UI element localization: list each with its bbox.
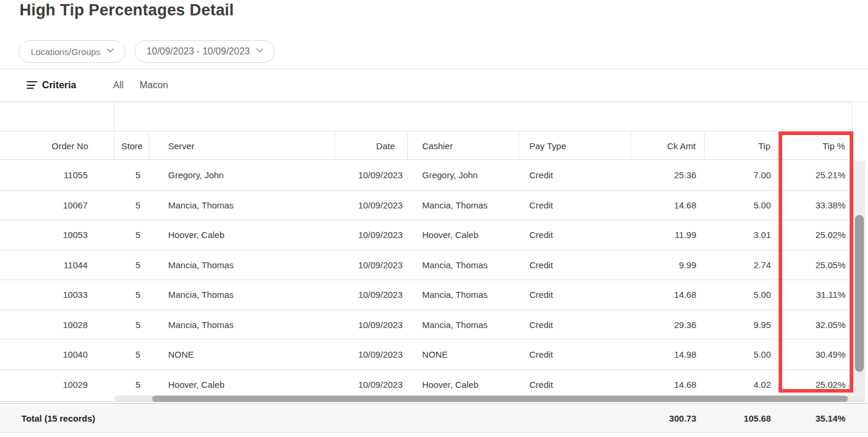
column-header-order_no[interactable]: Order No <box>0 132 114 159</box>
cell-tip: 4.02 <box>705 370 779 396</box>
cell-store: 5 <box>114 220 149 250</box>
cell-order_no: 10028 <box>0 310 114 340</box>
cell-pay_type: Credit <box>519 220 631 250</box>
cell-ck_amt: 9.99 <box>631 250 705 280</box>
cell-ck_amt: 11.99 <box>631 220 705 250</box>
cell-cashier: Hoover, Caleb <box>408 370 519 396</box>
column-header-store[interactable]: Store <box>114 132 149 159</box>
criteria-button[interactable]: Criteria <box>27 79 76 91</box>
cell-server: NONE <box>149 340 335 369</box>
cell-cashier: Mancia, Thomas <box>408 310 519 340</box>
cell-date: 10/09/2023 <box>335 310 408 340</box>
cell-order_no: 10033 <box>0 280 114 310</box>
table-row[interactable]: 100535Hoover, Caleb10/09/2023Hoover, Cal… <box>0 220 853 250</box>
table-row[interactable]: 100285Mancia, Thomas10/09/2023Mancia, Th… <box>0 310 853 340</box>
cell-date: 10/09/2023 <box>335 220 408 250</box>
cell-order_no: 10029 <box>0 370 114 396</box>
column-header-tip_pct[interactable]: Tip % <box>779 132 853 159</box>
total-tip-pct: 35.14% <box>779 413 853 423</box>
tab-all[interactable]: All <box>113 80 124 91</box>
column-header-date[interactable]: Date <box>335 132 408 159</box>
total-tip: 105.68 <box>705 413 779 423</box>
horizontal-scrollbar[interactable] <box>114 396 865 402</box>
vertical-scrollbar-thumb[interactable] <box>855 215 864 372</box>
cell-cashier: Mancia, Thomas <box>408 191 519 220</box>
divider <box>0 401 114 402</box>
column-header-server[interactable]: Server <box>149 132 335 159</box>
table-row[interactable]: 100295Hoover, Caleb10/09/2023Hoover, Cal… <box>0 370 853 396</box>
total-ck-amt: 300.73 <box>631 413 705 423</box>
locations-groups-dropdown[interactable]: Locations/Groups <box>18 40 126 63</box>
chevron-down-icon <box>107 45 114 53</box>
column-header-ck_amt[interactable]: Ck Amt <box>631 132 705 159</box>
cell-order_no: 10067 <box>0 191 114 220</box>
table-body: 110555Gregory, John10/09/2023Gregory, Jo… <box>0 160 853 396</box>
cell-pay_type: Credit <box>519 280 631 310</box>
cell-store: 5 <box>114 340 149 369</box>
cell-store: 5 <box>114 370 149 396</box>
cell-tip: 5.00 <box>705 340 779 369</box>
column-header-tip[interactable]: Tip <box>705 132 779 159</box>
date-range-label: 10/09/2023 - 10/09/2023 <box>147 46 250 57</box>
cell-tip_pct: 32.05% <box>779 310 853 340</box>
cell-date: 10/09/2023 <box>335 340 408 369</box>
total-row: Total (15 records) 300.73 105.68 35.14% <box>0 403 868 433</box>
cell-server: Hoover, Caleb <box>149 220 335 250</box>
cell-date: 10/09/2023 <box>335 191 408 220</box>
tab-macon[interactable]: Macon <box>140 80 168 91</box>
cell-server: Gregory, John <box>149 160 335 190</box>
cell-tip_pct: 25.02% <box>779 370 853 396</box>
date-range-dropdown[interactable]: 10/09/2023 - 10/09/2023 <box>134 40 275 63</box>
table-row[interactable]: 110445Mancia, Thomas10/09/2023Mancia, Th… <box>0 250 853 281</box>
cell-pay_type: Credit <box>519 340 631 369</box>
table-row[interactable]: 100675Mancia, Thomas10/09/2023Mancia, Th… <box>0 191 853 221</box>
cell-tip: 5.00 <box>705 280 779 310</box>
cell-pay_type: Credit <box>519 250 631 280</box>
cell-order_no: 10040 <box>0 340 114 369</box>
cell-pay_type: Credit <box>519 370 631 396</box>
cell-cashier: Mancia, Thomas <box>408 250 519 280</box>
table-row[interactable]: 110555Gregory, John10/09/2023Gregory, Jo… <box>0 160 853 191</box>
cell-tip_pct: 31.11% <box>779 280 853 310</box>
column-header-pay_type[interactable]: Pay Type <box>519 132 631 159</box>
cell-cashier: NONE <box>408 340 519 369</box>
grid-band-divider <box>114 102 115 131</box>
page-title: High Tip Percentages Detail <box>20 1 234 20</box>
cell-tip_pct: 25.02% <box>779 220 853 250</box>
criteria-label: Criteria <box>42 79 76 91</box>
filter-bar: Locations/Groups 10/09/2023 - 10/09/2023 <box>18 40 275 63</box>
cell-ck_amt: 14.68 <box>631 191 705 220</box>
cell-server: Mancia, Thomas <box>149 191 335 220</box>
cell-server: Mancia, Thomas <box>149 250 335 280</box>
table-row[interactable]: 100335Mancia, Thomas10/09/2023Mancia, Th… <box>0 280 853 310</box>
cell-tip_pct: 25.05% <box>779 250 853 280</box>
high-tip-percentages-page: High Tip Percentages Detail Locations/Gr… <box>0 0 868 437</box>
cell-tip: 2.74 <box>705 250 779 280</box>
cell-ck_amt: 25.36 <box>631 160 705 190</box>
cell-tip_pct: 33.38% <box>779 191 853 220</box>
cell-cashier: Mancia, Thomas <box>408 280 519 310</box>
cell-ck_amt: 14.68 <box>631 370 705 396</box>
cell-store: 5 <box>114 280 149 310</box>
vertical-scrollbar[interactable] <box>853 160 865 402</box>
cell-tip_pct: 25.21% <box>779 160 853 190</box>
horizontal-scrollbar-thumb[interactable] <box>152 396 848 402</box>
column-header-cashier[interactable]: Cashier <box>408 132 519 159</box>
cell-store: 5 <box>114 191 149 220</box>
cell-date: 10/09/2023 <box>335 280 408 310</box>
criteria-bar: Criteria AllMacon <box>0 69 868 101</box>
data-grid: Order NoStoreServerDateCashierPay TypeCk… <box>0 102 868 437</box>
cell-pay_type: Credit <box>519 310 631 340</box>
cell-order_no: 10053 <box>0 220 114 250</box>
cell-date: 10/09/2023 <box>335 370 408 396</box>
total-label: Total (15 records) <box>0 413 631 423</box>
grid-band-row <box>0 102 853 131</box>
cell-cashier: Gregory, John <box>408 160 519 190</box>
chevron-down-icon <box>256 45 263 53</box>
location-tabs: AllMacon <box>113 80 168 91</box>
cell-cashier: Hoover, Caleb <box>408 220 519 250</box>
cell-ck_amt: 29.36 <box>631 310 705 340</box>
cell-store: 5 <box>114 310 149 340</box>
cell-tip: 3.01 <box>705 220 779 250</box>
table-row[interactable]: 100405NONE10/09/2023NONECredit14.985.003… <box>0 340 853 370</box>
